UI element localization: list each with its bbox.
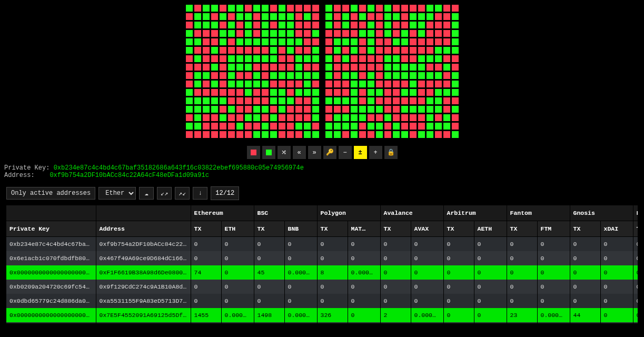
bit-cell[interactable]: [401, 72, 409, 80]
bit-cell[interactable]: [236, 13, 244, 21]
bit-cell[interactable]: [434, 105, 442, 113]
bit-cell[interactable]: [185, 97, 193, 105]
bit-cell[interactable]: [409, 4, 417, 12]
bit-cell[interactable]: [409, 114, 417, 122]
bit-cell[interactable]: [219, 46, 227, 54]
column-header[interactable]: TX: [633, 221, 638, 237]
bit-cell[interactable]: [333, 46, 341, 54]
table-row[interactable]: 0xb0209a204720c69fc541b80…0x9f129CdC274c…: [6, 280, 638, 294]
bit-cell[interactable]: [211, 114, 219, 122]
bit-cell[interactable]: [211, 72, 219, 80]
bit-cell[interactable]: [367, 122, 375, 130]
bit-cell[interactable]: [443, 21, 451, 29]
bit-cell[interactable]: [418, 29, 425, 37]
bit-cell[interactable]: [202, 29, 210, 37]
column-header[interactable]: xDAI: [600, 221, 633, 237]
bit-cell[interactable]: [312, 105, 320, 113]
bit-cell[interactable]: [409, 55, 417, 63]
bit-cell[interactable]: [236, 131, 244, 138]
bit-cell[interactable]: [270, 13, 278, 21]
bit-cell[interactable]: [342, 97, 350, 105]
bit-cell[interactable]: [236, 55, 244, 63]
bit-cell[interactable]: [244, 72, 252, 80]
bit-cell[interactable]: [211, 63, 219, 71]
bit-cell[interactable]: [244, 46, 252, 54]
bit-cell[interactable]: [236, 88, 244, 96]
download-button[interactable]: ↓: [193, 187, 207, 200]
bit-cell[interactable]: [325, 46, 333, 54]
bit-cell[interactable]: [194, 21, 202, 29]
bit-cell[interactable]: [261, 97, 269, 105]
bit-cell[interactable]: [219, 21, 227, 29]
bit-cell[interactable]: [185, 105, 193, 113]
bit-cell[interactable]: [384, 97, 392, 105]
bit-cell[interactable]: [434, 131, 442, 138]
bit-cell[interactable]: [270, 46, 278, 54]
bit-cell[interactable]: [211, 46, 219, 54]
bit-cell[interactable]: [194, 80, 202, 88]
bit-cell[interactable]: [443, 13, 451, 21]
bit-cell[interactable]: [426, 46, 434, 54]
bit-cell[interactable]: [350, 29, 358, 37]
bit-cell[interactable]: [333, 13, 341, 21]
table-row[interactable]: 0x6e1acb1c070fdbdfb80a2a1…0x467f49A69ce9…: [6, 251, 638, 265]
bit-cell[interactable]: [202, 122, 210, 130]
bit-cell[interactable]: [375, 21, 383, 29]
expand-button[interactable]: ↗↙: [175, 187, 190, 200]
bit-cell[interactable]: [261, 114, 269, 122]
bit-cell[interactable]: [434, 38, 442, 46]
bit-cell[interactable]: [303, 63, 311, 71]
bit-cell[interactable]: [194, 122, 202, 130]
bit-cell[interactable]: [261, 72, 269, 80]
bit-cell[interactable]: [451, 80, 459, 88]
bit-cell[interactable]: [367, 114, 375, 122]
bit-cell[interactable]: [418, 80, 425, 88]
bit-cell[interactable]: [227, 131, 235, 138]
bit-cell[interactable]: [219, 80, 227, 88]
bit-cell[interactable]: [418, 88, 425, 96]
bit-cell[interactable]: [384, 13, 392, 21]
bit-cell[interactable]: [185, 4, 193, 12]
bit-cell[interactable]: [451, 63, 459, 71]
bit-cell[interactable]: [434, 88, 442, 96]
bit-cell[interactable]: [325, 38, 333, 46]
bit-cell[interactable]: [451, 38, 459, 46]
bit-cell[interactable]: [286, 122, 294, 130]
bit-cell[interactable]: [236, 4, 244, 12]
bit-cell[interactable]: [211, 97, 219, 105]
bit-cell[interactable]: [392, 13, 400, 21]
bit-cell[interactable]: [270, 80, 278, 88]
bit-cell[interactable]: [219, 55, 227, 63]
bit-cell[interactable]: [409, 122, 417, 130]
bit-cell[interactable]: [261, 80, 269, 88]
bit-cell[interactable]: [367, 21, 375, 29]
bit-cell[interactable]: [244, 122, 252, 130]
column-header[interactable]: AETH: [474, 221, 507, 237]
bit-cell[interactable]: [443, 63, 451, 71]
bit-cell[interactable]: [286, 105, 294, 113]
bit-cell[interactable]: [392, 88, 400, 96]
bit-cell[interactable]: [418, 13, 425, 21]
bit-cell[interactable]: [325, 131, 333, 138]
column-header[interactable]: Private Key: [6, 221, 96, 237]
bit-cell[interactable]: [418, 38, 425, 46]
bit-cell[interactable]: [253, 46, 261, 54]
bit-cell[interactable]: [333, 105, 341, 113]
bit-cell[interactable]: [253, 114, 261, 122]
bit-cell[interactable]: [342, 114, 350, 122]
bit-cell[interactable]: [185, 46, 193, 54]
bit-cell[interactable]: [350, 38, 358, 46]
bit-cell[interactable]: [342, 88, 350, 96]
bit-cell[interactable]: [367, 29, 375, 37]
bit-cell[interactable]: [261, 38, 269, 46]
bit-cell[interactable]: [286, 29, 294, 37]
bit-cell[interactable]: [270, 55, 278, 63]
column-header[interactable]: TX: [443, 221, 474, 237]
bit-cell[interactable]: [202, 21, 210, 29]
bit-cell[interactable]: [359, 80, 366, 88]
shuffle-button[interactable]: ⤨: [278, 146, 291, 159]
prev-page-button[interactable]: «: [293, 146, 306, 159]
bit-cell[interactable]: [295, 105, 303, 113]
bit-cell[interactable]: [219, 4, 227, 12]
bit-cell[interactable]: [434, 46, 442, 54]
